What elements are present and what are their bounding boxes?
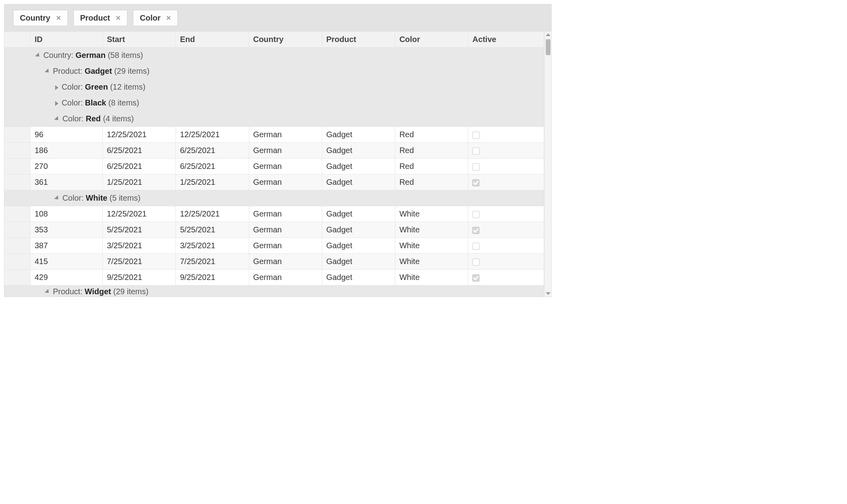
active-checkbox[interactable] [472, 259, 479, 266]
group-row-color-green[interactable]: Color: Green (12 items) [4, 79, 544, 95]
cell-id: 429 [31, 270, 103, 286]
chevron-right-icon[interactable] [55, 101, 58, 106]
group-panel: Country ✕ Product ✕ Color ✕ [4, 4, 551, 32]
cell-product: Gadget [322, 254, 395, 270]
active-checkbox[interactable] [472, 148, 479, 155]
active-checkbox[interactable] [472, 179, 479, 186]
group-chip-label: Product [80, 13, 110, 23]
cell-color: White [395, 206, 468, 222]
group-count: (58 items) [106, 51, 143, 59]
group-row-color-white[interactable]: Color: White (5 items) [4, 190, 544, 206]
cell-active [468, 254, 544, 270]
cell-id: 96 [31, 127, 103, 143]
chevron-right-icon[interactable] [55, 85, 58, 90]
cell-end: 12/25/2021 [176, 127, 249, 143]
cell-active [468, 174, 544, 190]
cell-id: 108 [31, 206, 103, 222]
cell-id: 353 [31, 222, 103, 238]
cell-end: 7/25/2021 [176, 254, 249, 270]
table-row[interactable]: 2706/25/20216/25/2021GermanGadgetRed [4, 159, 544, 174]
cell-start: 12/25/2021 [103, 127, 176, 143]
group-label: Color: [62, 114, 86, 123]
group-row-country-german[interactable]: Country: German (58 items) [4, 48, 544, 63]
cell-id: 270 [31, 159, 103, 174]
close-icon[interactable]: ✕ [116, 14, 121, 22]
cell-country: German [249, 127, 322, 143]
cell-end: 12/25/2021 [176, 206, 249, 222]
cell-active [468, 238, 544, 254]
table-row[interactable]: 9612/25/202112/25/2021GermanGadgetRed [4, 127, 544, 143]
column-header-active[interactable]: Active [468, 32, 544, 48]
scroll-track[interactable] [545, 38, 551, 291]
cell-country: German [249, 143, 322, 159]
group-value: German [75, 51, 106, 59]
scroll-thumb[interactable] [546, 39, 551, 55]
group-label: Color: [62, 98, 85, 107]
group-row-color-black[interactable]: Color: Black (8 items) [4, 95, 544, 111]
active-checkbox[interactable] [472, 274, 479, 282]
cell-start: 12/25/2021 [103, 206, 176, 222]
group-row-product-gadget[interactable]: Product: Gadget (29 items) [4, 63, 544, 79]
chevron-down-icon[interactable] [45, 289, 51, 295]
active-checkbox[interactable] [472, 163, 479, 171]
cell-end: 6/25/2021 [176, 143, 249, 159]
active-checkbox[interactable] [472, 243, 479, 250]
group-label: Color: [62, 194, 86, 202]
group-value: Red [86, 114, 101, 123]
group-label: Product: [53, 287, 85, 296]
group-count: (8 items) [106, 98, 139, 107]
row-gutter [4, 206, 31, 222]
column-header-product[interactable]: Product [322, 32, 395, 48]
table-row[interactable]: 1866/25/20216/25/2021GermanGadgetRed [4, 143, 544, 159]
group-value: Green [85, 82, 108, 91]
cell-active [468, 143, 544, 159]
cell-color: Red [395, 143, 468, 159]
cell-product: Gadget [322, 270, 395, 286]
row-gutter [4, 63, 31, 79]
row-gutter [4, 79, 31, 95]
cell-active [468, 270, 544, 286]
group-row-color-red[interactable]: Color: Red (4 items) [4, 111, 544, 127]
group-count: (12 items) [108, 82, 145, 91]
table-row[interactable]: 3535/25/20215/25/2021GermanGadgetWhite [4, 222, 544, 238]
cell-id: 361 [31, 174, 103, 190]
column-header-end[interactable]: End [176, 32, 249, 48]
table-row[interactable]: 4157/25/20217/25/2021GermanGadgetWhite [4, 254, 544, 270]
chevron-down-icon[interactable] [45, 68, 51, 74]
group-count: (29 items) [111, 287, 148, 296]
group-chip-country[interactable]: Country ✕ [13, 10, 68, 26]
close-icon[interactable]: ✕ [56, 14, 61, 22]
cell-country: German [249, 206, 322, 222]
row-gutter [4, 143, 31, 159]
scroll-up-icon[interactable] [546, 33, 551, 36]
active-checkbox[interactable] [472, 132, 479, 139]
table-row[interactable]: 3873/25/20213/25/2021GermanGadgetWhite [4, 238, 544, 254]
column-header-start[interactable]: Start [103, 32, 176, 48]
cell-color: Red [395, 159, 468, 174]
column-header-color[interactable]: Color [395, 32, 468, 48]
cell-product: Gadget [322, 159, 395, 174]
cell-start: 7/25/2021 [103, 254, 176, 270]
group-chip-color[interactable]: Color ✕ [133, 10, 178, 26]
cell-start: 1/25/2021 [103, 174, 176, 190]
scroll-down-icon[interactable] [546, 292, 551, 295]
chevron-down-icon[interactable] [54, 116, 60, 122]
group-row-product-widget[interactable]: Product: Widget (29 items) [4, 286, 544, 297]
cell-product: Gadget [322, 127, 395, 143]
table-row[interactable]: 4299/25/20219/25/2021GermanGadgetWhite [4, 270, 544, 286]
group-chip-product[interactable]: Product ✕ [73, 10, 128, 26]
row-gutter [4, 270, 31, 286]
column-header-id[interactable]: ID [31, 32, 103, 48]
vertical-scrollbar[interactable] [544, 32, 551, 297]
close-icon[interactable]: ✕ [166, 14, 171, 22]
chevron-down-icon[interactable] [54, 195, 60, 201]
cell-product: Gadget [322, 174, 395, 190]
active-checkbox[interactable] [472, 227, 479, 234]
table-row[interactable]: 3611/25/20211/25/2021GermanGadgetRed [4, 174, 544, 190]
table-row[interactable]: 10812/25/202112/25/2021GermanGadgetWhite [4, 206, 544, 222]
active-checkbox[interactable] [472, 211, 479, 218]
row-gutter [4, 48, 31, 63]
chevron-down-icon[interactable] [35, 52, 41, 58]
column-header-country[interactable]: Country [249, 32, 322, 48]
row-gutter [4, 238, 31, 254]
